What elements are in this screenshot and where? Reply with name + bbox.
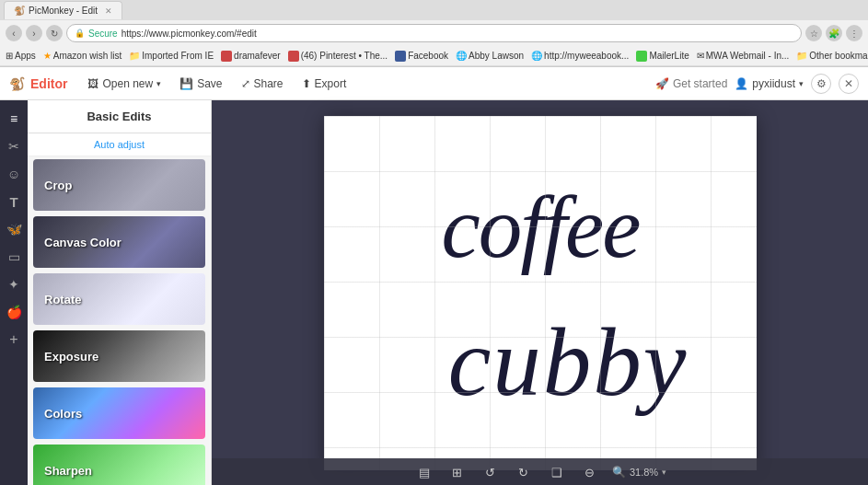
tool-item-rotate[interactable]: Rotate — [33, 273, 205, 325]
tool-item-sharpen[interactable]: Sharpen — [33, 445, 205, 485]
svg-text:cubby: cubby — [447, 308, 688, 416]
bookmark-weeabook[interactable]: 🌐 http://myweeabook... — [531, 51, 629, 61]
bm-favicon — [288, 51, 299, 62]
rocket-icon: 🚀 — [655, 77, 669, 90]
open-chevron-icon: ▾ — [156, 79, 161, 88]
auto-adjust-button[interactable]: Auto adjust — [28, 133, 211, 156]
user-icon: 👤 — [735, 77, 748, 90]
toolbar-right: 🚀 Get started 👤 pyxiidust ▾ ⚙ ✕ — [655, 74, 859, 94]
tool-item-label: Sharpen — [44, 464, 92, 478]
logo-icon: 🐒 — [9, 76, 25, 91]
sidebar-icon-crop[interactable]: ✂ — [3, 135, 25, 157]
sidebar-icon-menu[interactable]: ≡ — [3, 108, 25, 130]
bookmark-drama[interactable]: dramafever — [221, 51, 281, 62]
bookmark-icon: 📁 — [129, 51, 140, 61]
crop-icon: ✂ — [8, 139, 19, 154]
bookmark-other[interactable]: 📁 Other bookmarks — [796, 51, 868, 61]
redo-icon: ↻ — [518, 466, 528, 479]
save-icon: 💾 — [179, 77, 193, 90]
zoom-out-button[interactable]: ⊖ — [579, 461, 601, 483]
copy-icon: ❑ — [551, 466, 562, 479]
bookmarks-bar: ⊞ Apps ★ Amazon wish list 📁 Imported Fro… — [0, 46, 868, 66]
menu-button[interactable]: ⋮ — [846, 25, 862, 41]
bookmark-button[interactable]: ☆ — [805, 25, 822, 41]
export-button[interactable]: ⬆ Export — [293, 74, 356, 94]
logo-label: Editor — [30, 76, 67, 91]
add-icon: + — [9, 331, 17, 348]
undo-icon: ↺ — [485, 466, 495, 479]
bookmark-facebook[interactable]: Facebook — [395, 51, 448, 62]
back-button[interactable]: ‹ — [6, 25, 22, 41]
zoom-dropdown-icon[interactable]: ▾ — [662, 468, 666, 477]
bm-favicon: 📁 — [796, 51, 807, 61]
tool-item-canvas-color[interactable]: Canvas Color — [33, 216, 205, 268]
grid-button[interactable]: ⊞ — [446, 461, 469, 483]
bookmark-mwa[interactable]: ✉ MWA Webmail - In... — [697, 51, 790, 61]
tab-label: PicMonkey - Edit — [29, 6, 98, 16]
reload-button[interactable]: ↻ — [46, 25, 63, 41]
layers-button[interactable]: ▤ — [413, 461, 435, 483]
bm-favicon: 🌐 — [456, 51, 467, 61]
shapes-icon: ▭ — [8, 249, 20, 264]
get-started-button[interactable]: 🚀 Get started — [655, 77, 727, 90]
sidebar-icon-shapes[interactable]: ▭ — [3, 246, 25, 268]
sidebar-icon-face[interactable]: ☺ — [3, 163, 25, 185]
sidebar-icon-effects[interactable]: 🦋 — [3, 218, 25, 240]
export-icon: ⬆ — [302, 77, 311, 90]
sidebar-icon-add[interactable]: + — [3, 329, 25, 351]
url-bar[interactable]: 🔒 Secure https://www.picmonkey.com/#edit — [66, 24, 802, 42]
bookmark-ie[interactable]: 📁 Imported From IE — [129, 51, 214, 61]
lock-icon: 🔒 — [75, 29, 85, 38]
user-chevron-icon: ▾ — [799, 79, 804, 88]
undo-button[interactable]: ↺ — [480, 461, 502, 483]
layers-icon: ▤ — [419, 466, 430, 479]
bookmark-abby[interactable]: 🌐 Abby Lawson — [456, 51, 524, 61]
bm-favicon — [221, 51, 232, 62]
close-button[interactable]: ✕ — [839, 74, 859, 94]
bm-favicon — [395, 51, 406, 62]
share-icon: ⤢ — [241, 77, 250, 90]
canvas-wrapper[interactable]: .coffee-text { font-family: 'Georgia', '… — [324, 116, 757, 470]
canvas-area: .coffee-text { font-family: 'Georgia', '… — [212, 100, 868, 485]
tool-item-crop[interactable]: Crop — [33, 159, 205, 211]
bookmark-pinterest[interactable]: (46) Pinterest • The... — [288, 51, 388, 62]
svg-text:coffee: coffee — [441, 179, 640, 276]
sidebar-icon-text[interactable]: T — [3, 191, 25, 213]
tool-item-label: Rotate — [44, 293, 81, 306]
save-button[interactable]: 💾 Save — [170, 74, 231, 94]
redo-button[interactable]: ↻ — [513, 461, 535, 483]
tool-item-colors[interactable]: Colors — [33, 387, 205, 439]
tool-item-label: Colors — [44, 407, 82, 421]
canvas-bottom-bar: ▤ ⊞ ↺ ↻ ❑ ⊖ 🔍 31.8% ▾ — [212, 458, 868, 485]
user-menu[interactable]: 👤 pyxiidust ▾ — [735, 77, 804, 90]
text-icon: T — [9, 194, 17, 210]
zoom-level: 31.8% — [630, 467, 658, 478]
username-label: pyxiidust — [752, 77, 795, 90]
bookmark-apps[interactable]: ⊞ Apps — [6, 51, 36, 61]
browser-nav: ‹ › ↻ 🔒 Secure https://www.picmonkey.com… — [0, 20, 868, 46]
sidebar-icon-photo[interactable]: 🍎 — [3, 301, 25, 323]
bm-favicon: ✉ — [697, 51, 704, 61]
copy-button[interactable]: ❑ — [546, 461, 568, 483]
extensions-button[interactable]: 🧩 — [826, 25, 842, 41]
zoom-icon: 🔍 — [612, 466, 626, 479]
open-new-button[interactable]: 🖼 Open new ▾ — [78, 74, 170, 94]
bookmark-mailerlite[interactable]: MailerLite — [636, 51, 689, 62]
settings-button[interactable]: ⚙ — [811, 74, 831, 94]
editor-area: ≡ ✂ ☺ T 🦋 ▭ ✦ 🍎 + Basic Edits Auto adjus… — [0, 100, 868, 485]
sidebar-icon-stickers[interactable]: ✦ — [3, 273, 25, 295]
panel-title: Basic Edits — [28, 100, 211, 133]
tool-item-exposure[interactable]: Exposure — [33, 330, 205, 382]
tool-item-label: Exposure — [44, 350, 98, 364]
bookmark-amazon[interactable]: ★ Amazon wish list — [43, 51, 122, 61]
browser-tab-active[interactable]: 🐒 PicMonkey - Edit ✕ — [4, 1, 122, 19]
share-button[interactable]: ⤢ Share — [232, 74, 293, 94]
butterfly-icon: 🦋 — [6, 222, 22, 237]
tool-item-label: Crop — [44, 179, 72, 192]
face-icon: ☺ — [7, 167, 20, 181]
tab-close-icon[interactable]: ✕ — [105, 6, 112, 16]
zoom-out-icon: ⊖ — [584, 466, 595, 479]
grid-icon: ⊞ — [452, 466, 462, 479]
forward-button[interactable]: › — [26, 25, 42, 41]
tool-item-label: Canvas Color — [44, 236, 122, 249]
